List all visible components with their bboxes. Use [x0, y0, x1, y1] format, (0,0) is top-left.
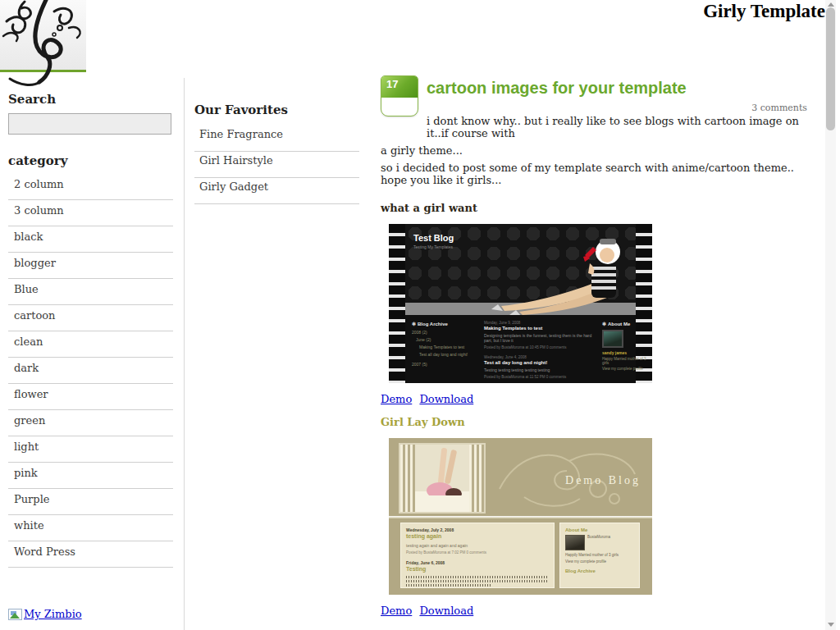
- preview2-photo-frame: [399, 443, 486, 514]
- preview1-posts: Monday, June 9, 2008 Making Templates to…: [484, 321, 597, 383]
- post-article: 17 cartoon images for your template 3 co…: [381, 74, 807, 617]
- vertical-scrollbar[interactable]: [825, 0, 836, 630]
- preview1-post2-date: Wednesday, June 4, 2008: [484, 355, 597, 359]
- archive-item: 2008 (2): [412, 330, 479, 335]
- pillar-right: [469, 445, 484, 512]
- scrollbar-thumb[interactable]: [826, 7, 835, 130]
- preview2-about-heading: About Me: [565, 527, 634, 532]
- category-item-pink[interactable]: pink: [8, 463, 173, 489]
- comments-link[interactable]: 3 comments: [381, 103, 807, 113]
- preview1-post1-body: Designing templates is the funnest, test…: [484, 333, 597, 343]
- preview2-post2-title: Testing: [406, 566, 549, 572]
- preview2-post1-footer: Posted by BustaMoroma at 7:02 PM 0 comme…: [406, 550, 549, 555]
- preview2-girl-picture: [415, 445, 469, 512]
- post-date-badge: 17: [381, 75, 418, 116]
- demo-link-2[interactable]: Demo: [381, 605, 412, 617]
- links-row-1: Demo Download: [381, 393, 807, 405]
- preview1-about-name: sandy james: [602, 350, 650, 355]
- image-placeholder-icon: [8, 609, 22, 620]
- preview2-text-noise: [406, 576, 549, 578]
- archive-item: Test all day long and night!: [412, 352, 479, 357]
- scroll-down-icon[interactable]: [828, 623, 834, 627]
- search-heading: Search: [8, 92, 173, 107]
- sidebar: Search category 2 column 3 column black …: [8, 92, 173, 568]
- preview1-post1-footer: Posted by BustaMoroma at 10:45 PM 0 comm…: [484, 345, 597, 349]
- template-preview-what-a-girl-want[interactable]: Test Blog Testing My Templates: [389, 224, 652, 383]
- preview2-post1-title: testing again: [406, 533, 549, 539]
- download-link-2[interactable]: Download: [419, 605, 473, 617]
- preview1-body: Test Blog Testing My Templates: [405, 224, 636, 383]
- preview1-blog-subtitle: Testing My Templates: [413, 244, 453, 249]
- page: Girly Template Search category 2 column …: [0, 0, 840, 630]
- preview1-post1-title: Making Templates to test: [484, 326, 597, 331]
- preview1-archive: ✱Blog Archive 2008 (2) June (2) Making T…: [412, 321, 479, 367]
- download-link-1[interactable]: Download: [419, 393, 473, 405]
- category-item-white[interactable]: white: [8, 515, 173, 541]
- pillar-left: [400, 445, 415, 512]
- preview1-content: ✱Blog Archive 2008 (2) June (2) Making T…: [405, 315, 636, 383]
- category-item-dark[interactable]: dark: [8, 358, 173, 384]
- category-item-blogger[interactable]: blogger: [8, 253, 173, 279]
- preview2-blog-title: Demo Blog: [565, 474, 641, 487]
- preview2-text-noise: [406, 584, 491, 587]
- favorite-item-fine-fragrance[interactable]: Fine Fragrance: [194, 126, 359, 152]
- category-item-green[interactable]: green: [8, 410, 173, 436]
- post-date-day: 17: [381, 76, 418, 98]
- preview2-about: About Me BustaMoroma Happily Married mot…: [559, 523, 640, 588]
- preview1-post2-body: Testing testing testing testing testing: [484, 368, 597, 372]
- zimbio-widget: My Zimbio: [8, 608, 82, 620]
- post-body-line-3: so i decided to post some of my template…: [381, 162, 807, 186]
- preview2-post1-body: testing again and again and again: [406, 543, 549, 548]
- section-heading-girl-lay-down: Girl Lay Down: [381, 416, 807, 428]
- laying-girl-illustration: [415, 445, 469, 512]
- preview1-about-heading: ✱About Me: [602, 321, 650, 326]
- favorites-heading: Our Favorites: [194, 103, 359, 117]
- preview2-avatar: [565, 535, 585, 550]
- category-item-flower[interactable]: flower: [8, 384, 173, 410]
- category-heading: category: [8, 153, 173, 168]
- preview1-about-line: Happy Married mother of 3 girls: [602, 357, 650, 365]
- page-title: Girly Template: [703, 1, 825, 22]
- category-item-light[interactable]: light: [8, 436, 173, 463]
- category-item-2-column[interactable]: 2 column: [8, 174, 173, 200]
- stripe-border-left: [389, 224, 405, 383]
- site-logo[interactable]: [0, 0, 86, 72]
- archive-item: 2007 (5): [412, 362, 479, 367]
- favorite-item-girl-hairstyle[interactable]: Girl Hairstyle: [194, 152, 359, 178]
- preview1-archive-heading: ✱Blog Archive: [412, 321, 479, 326]
- preview2-about-name: BustaMoroma: [587, 535, 610, 539]
- favorite-item-girly-gadget[interactable]: Girly Gadget: [194, 178, 359, 204]
- post-body-line-2: a girly theme...: [381, 144, 807, 157]
- preview2-text-noise: [406, 580, 549, 582]
- preview1-post1-date: Monday, June 9, 2008: [484, 321, 597, 325]
- category-item-cartoon[interactable]: cartoon: [8, 305, 173, 331]
- preview2-about-line: View my complete profile: [565, 559, 634, 564]
- archive-item: Making Templates to test: [412, 345, 479, 349]
- category-item-clean[interactable]: clean: [8, 331, 173, 358]
- category-item-blue[interactable]: Blue: [8, 279, 173, 305]
- preview2-archive-heading: Blog Archive: [565, 568, 634, 573]
- favorites-section: Our Favorites Fine Fragrance Girl Hairst…: [194, 103, 359, 204]
- section-heading-what-a-girl-want: what a girl want: [381, 202, 807, 214]
- column-divider: [184, 78, 185, 630]
- zimbio-link[interactable]: My Zimbio: [24, 608, 82, 620]
- template-preview-girl-lay-down[interactable]: Demo Blog Wednesday, July 2, 2008 testin…: [389, 438, 652, 595]
- post-body-line-1: i dont know why.. but i really like to s…: [427, 115, 807, 139]
- category-item-purple[interactable]: Purple: [8, 489, 173, 515]
- gear-icon: ✱: [412, 322, 416, 326]
- preview1-about: ✱About Me sandy james Happy Married moth…: [602, 321, 650, 371]
- category-item-black[interactable]: black: [8, 226, 173, 253]
- demo-link-1[interactable]: Demo: [381, 393, 412, 405]
- links-row-2: Demo Download: [381, 605, 807, 617]
- category-list: 2 column 3 column black blogger Blue car…: [8, 174, 173, 568]
- cartoon-girl-illustration: [486, 227, 634, 316]
- post-title[interactable]: cartoon images for your template: [427, 74, 807, 98]
- category-item-wordpress[interactable]: Word Press: [8, 541, 173, 568]
- scroll-up-icon[interactable]: [828, 2, 834, 7]
- gear-icon: ✱: [602, 322, 606, 326]
- preview1-blog-title: Test Blog: [413, 233, 454, 243]
- search-input[interactable]: [8, 113, 171, 135]
- preview2-about-line: Happily Married mother of 3 girls: [565, 553, 634, 557]
- preview2-post2-date: Friday, June 6, 2008: [406, 560, 549, 565]
- category-item-3-column[interactable]: 3 column: [8, 200, 173, 226]
